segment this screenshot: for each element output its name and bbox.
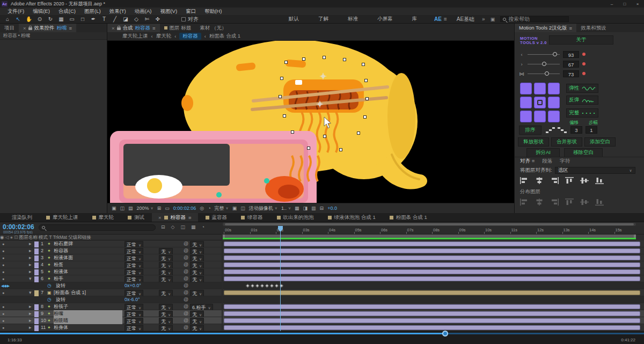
frame-blend-icon[interactable]: ▦ (191, 224, 196, 230)
eye-icon[interactable]: ● (2, 275, 4, 282)
track-property-row[interactable] (223, 282, 644, 289)
tab-close-icon[interactable]: × (23, 25, 26, 31)
text-tool[interactable]: T (99, 16, 109, 22)
tab-effect-controls[interactable]: × 效果控件 粉嘴 ≡ (19, 24, 76, 32)
motion-blur-icon[interactable]: ◔ (202, 224, 204, 230)
exposure-value[interactable]: +0.0 (327, 206, 337, 211)
track-layer-row-1[interactable] (223, 240, 644, 247)
stairs-down-icon[interactable] (558, 127, 567, 134)
layer-duration-bar[interactable] (224, 276, 640, 281)
twirl-icon[interactable]: ▸ (29, 261, 32, 268)
align-to-select[interactable]: 选区 ∨ (555, 167, 635, 174)
slider-mode-icon-2[interactable]: ⋈ (519, 71, 524, 77)
tab-close-icon[interactable]: × (112, 25, 115, 31)
anchor-cell-5[interactable] (548, 97, 560, 108)
playhead-line[interactable] (280, 226, 281, 331)
align-vcenter-icon[interactable] (580, 177, 589, 185)
breadcrumb-item-3[interactable]: 粉面条 合成 1 (209, 33, 240, 40)
tab-composition[interactable]: × 合成 粉容器 ≡ (107, 24, 160, 32)
eraser-tool[interactable]: ◇ (131, 16, 142, 22)
mini-flowchart-icon[interactable]: ⊟ (161, 224, 165, 230)
property-value[interactable]: 0x-6.0° (125, 296, 140, 303)
keyframe-dot-icon[interactable] (582, 62, 586, 65)
property-row[interactable]: ◀◆▶◷旋转0x+0.0°@ (0, 282, 222, 289)
parent-pickwhip-icon[interactable]: @ (184, 324, 188, 331)
snap-align-checkbox[interactable] (181, 17, 186, 21)
layer-name[interactable]: 粉容器 (54, 247, 68, 254)
track-property-row[interactable] (223, 296, 644, 303)
workspace-ae-basic-tab[interactable]: AE基础 (457, 16, 474, 23)
snap-align-toggle[interactable]: 对齐 (181, 16, 199, 23)
breadcrumb-item-1[interactable]: 摩天轮 (156, 33, 172, 40)
workspace-tab-1[interactable]: 了解 (309, 16, 338, 23)
layer-name[interactable]: 粉石磨牌 (54, 240, 73, 247)
twirl-icon[interactable]: ▸ (29, 268, 32, 275)
twirl-icon[interactable]: ▸ (29, 303, 32, 310)
track-layer-row-5[interactable] (223, 268, 644, 275)
twirl-icon[interactable]: ▸ (29, 247, 32, 254)
viewer-current-time[interactable]: 0:00:02:06 (173, 206, 196, 211)
property-name[interactable]: 旋转 (56, 282, 65, 289)
workspace-manager-icon[interactable]: ▣ (491, 17, 495, 22)
parent-pickwhip-icon[interactable]: @ (184, 296, 188, 303)
keyframe-diamond-0[interactable] (246, 284, 250, 288)
track-layer-row-11[interactable] (223, 324, 644, 331)
stride-value[interactable]: 1 (586, 126, 597, 134)
stairs-up-icon[interactable] (546, 127, 555, 134)
layer-name[interactable]: 粉手 (54, 275, 63, 282)
slider-track-2[interactable] (528, 74, 560, 74)
remove-whitespace-button[interactable]: 移除空白 (564, 148, 603, 157)
anchor-cell-8[interactable] (548, 111, 560, 122)
twirl-icon[interactable]: ▸ (29, 317, 32, 324)
camera-tool[interactable]: ▦ (56, 16, 67, 22)
lock-icon[interactable] (117, 27, 121, 30)
layer-row-3[interactable]: ●▸3✦粉液体面正常∨无∨@无∨ (0, 254, 222, 261)
property-row[interactable]: ◷旋转0x-6.0°@ (0, 296, 222, 303)
eye-icon[interactable]: ● (2, 261, 4, 268)
layer-duration-bar[interactable] (224, 325, 640, 330)
layer-row-9[interactable]: ●▸9✦粉嘴正常∨无∨@无∨ (0, 310, 222, 317)
slider-knob-2[interactable] (545, 71, 549, 76)
menu-item-0[interactable]: 文件(F) (3, 8, 28, 15)
add-whitespace-button[interactable]: 添加空白 (584, 137, 616, 147)
parent-pickwhip-icon[interactable]: @ (184, 289, 188, 296)
maximize-button[interactable]: □ (618, 0, 631, 8)
release-shapes-button[interactable]: 释放形状 (518, 137, 549, 147)
fast-previews-icon[interactable]: ◨ (303, 206, 308, 211)
layer-duration-bar[interactable] (224, 262, 640, 267)
show-channels-icon[interactable]: ◔ (208, 206, 210, 211)
parent-pickwhip-icon[interactable]: @ (184, 275, 188, 282)
layer-row-11[interactable]: ●▸11✦粉身体正常∨无∨@无∨ (0, 324, 222, 331)
parent-pickwhip-icon[interactable]: @ (184, 254, 188, 261)
align-left-icon[interactable] (520, 177, 529, 185)
eye-icon[interactable]: ● (2, 254, 4, 261)
selection-tool[interactable]: ↖ (13, 16, 24, 22)
about-button[interactable]: 关于 (549, 35, 613, 45)
menu-item-5[interactable]: 动画(A) (130, 8, 156, 15)
pan-behind-tool[interactable]: ▭ (67, 16, 77, 22)
timeline-tab-9[interactable]: 粉面条 合成 1 (383, 213, 434, 222)
snapshot-icon[interactable]: ◎ (200, 206, 204, 211)
audio-column-icon[interactable]: ◁ (5, 235, 9, 240)
timeline-tab-7[interactable]: 吹出来的泡泡 (270, 213, 320, 222)
distribute-right-icon[interactable] (550, 199, 559, 207)
anchor-grid[interactable] (520, 83, 560, 122)
mercury-transmit-icon[interactable]: ◫ (120, 206, 125, 211)
bounce-button[interactable]: 反弹 (566, 96, 598, 105)
magnification-select[interactable]: 200%∨ (137, 206, 153, 211)
tab-footage[interactable]: 素材 （无） (195, 24, 231, 32)
eye-icon[interactable]: ● (2, 303, 4, 310)
minimize-button[interactable]: – (605, 0, 618, 8)
merge-shapes-button[interactable]: 合并形状 (551, 137, 582, 147)
layer-duration-bar[interactable] (224, 241, 640, 246)
timeline-tab-4[interactable]: ×粉容器≡ (152, 213, 198, 222)
twirl-icon[interactable]: ▾ (29, 275, 32, 282)
panel-menu-icon[interactable]: ≡ (152, 25, 156, 31)
workspace-tab-4[interactable]: 库 (402, 16, 427, 23)
twirl-icon[interactable]: ▾ (29, 289, 32, 296)
stopwatch-icon[interactable]: ◷ (47, 282, 52, 289)
keyframe-diamond-5[interactable] (270, 284, 274, 288)
view-layout-select[interactable]: 1..∨ (281, 206, 291, 211)
menu-item-7[interactable]: 窗口 (181, 8, 200, 15)
timeline-tab-5[interactable]: 蓝容器 (199, 213, 234, 222)
